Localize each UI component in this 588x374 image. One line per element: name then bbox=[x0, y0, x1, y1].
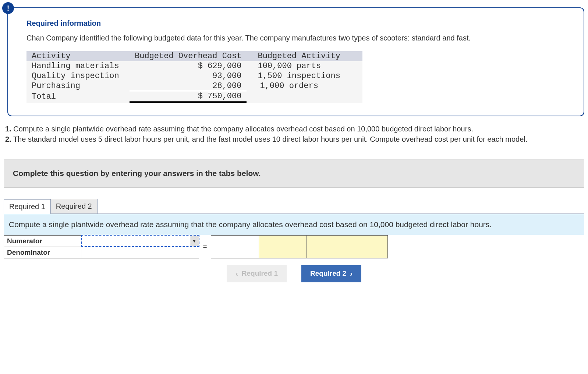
chevron-left-icon: ‹ bbox=[235, 269, 238, 278]
result-value-input[interactable] bbox=[211, 235, 259, 258]
cell-empty bbox=[247, 91, 362, 102]
cell-budact: 1,500 inspections bbox=[247, 71, 362, 81]
denominator-dropdown[interactable] bbox=[81, 247, 199, 258]
col-header-activity: Activity bbox=[26, 51, 130, 61]
denominator-label: Denominator bbox=[4, 247, 81, 258]
equals-sign: = bbox=[199, 235, 211, 258]
cell-budact: 100,000 parts bbox=[247, 61, 362, 71]
question-list: 1. Compute a single plantwide overhead r… bbox=[5, 124, 583, 144]
budget-data-table: Activity Budgeted Overhead Cost Budgeted… bbox=[26, 51, 362, 103]
table-row: Handling materials $ 629,000 100,000 par… bbox=[26, 61, 362, 71]
table-header-row: Activity Budgeted Overhead Cost Budgeted… bbox=[26, 51, 362, 61]
instruction-banner: Complete this question by entering your … bbox=[4, 159, 584, 188]
required-information-box: ! Required information Chan Company iden… bbox=[7, 7, 584, 116]
intro-paragraph: Chan Company identified the following bu… bbox=[26, 33, 565, 43]
tab-required-1[interactable]: Required 1 bbox=[4, 199, 51, 214]
tab-required-2[interactable]: Required 2 bbox=[50, 199, 98, 214]
table-total-row: Total $ 750,000 bbox=[26, 91, 362, 102]
tab-nav-buttons: ‹ Required 1 Required 2 › bbox=[4, 265, 584, 282]
table-row: Purchasing 28,000 1,000 orders bbox=[26, 81, 362, 91]
cell-cost: 28,000 bbox=[130, 81, 247, 91]
prev-tab-label: Required 1 bbox=[242, 269, 278, 278]
next-tab-button[interactable]: Required 2 › bbox=[301, 265, 361, 282]
cell-cost: $ 629,000 bbox=[130, 61, 247, 71]
result-unit-input[interactable] bbox=[259, 235, 307, 258]
question-1: 1. Compute a single plantwide overhead r… bbox=[5, 124, 583, 134]
numerator-label: Numerator bbox=[4, 235, 81, 247]
answer-tabs: Required 1 Required 2 bbox=[4, 199, 584, 214]
chevron-right-icon: › bbox=[350, 269, 353, 278]
tab-instruction: Compute a single plantwide overhead rate… bbox=[4, 214, 584, 235]
alert-icon: ! bbox=[2, 2, 14, 14]
col-header-cost: Budgeted Overhead Cost bbox=[130, 51, 247, 61]
cell-activity: Quality inspection bbox=[26, 71, 130, 81]
table-row: Quality inspection 93,000 1,500 inspecti… bbox=[26, 71, 362, 81]
chevron-down-icon[interactable]: ▼ bbox=[190, 236, 199, 246]
next-tab-label: Required 2 bbox=[310, 269, 346, 278]
numerator-dropdown[interactable]: ▼ bbox=[81, 235, 199, 247]
required-info-heading: Required information bbox=[26, 19, 565, 28]
col-header-budgeted-activity: Budgeted Activity bbox=[247, 51, 362, 61]
cell-activity: Handling materials bbox=[26, 61, 130, 71]
cell-total-cost: $ 750,000 bbox=[130, 91, 247, 102]
cell-cost: 93,000 bbox=[130, 71, 247, 81]
cell-budact: 1,000 orders bbox=[247, 81, 362, 91]
answer-input-table: Numerator ▼ = Denominator bbox=[4, 235, 388, 258]
cell-total-label: Total bbox=[26, 91, 130, 102]
result-per-input[interactable] bbox=[307, 235, 387, 258]
prev-tab-button: ‹ Required 1 bbox=[227, 265, 287, 282]
question-2: 2. The standard model uses 5 direct labo… bbox=[5, 134, 583, 144]
cell-activity: Purchasing bbox=[26, 81, 130, 91]
